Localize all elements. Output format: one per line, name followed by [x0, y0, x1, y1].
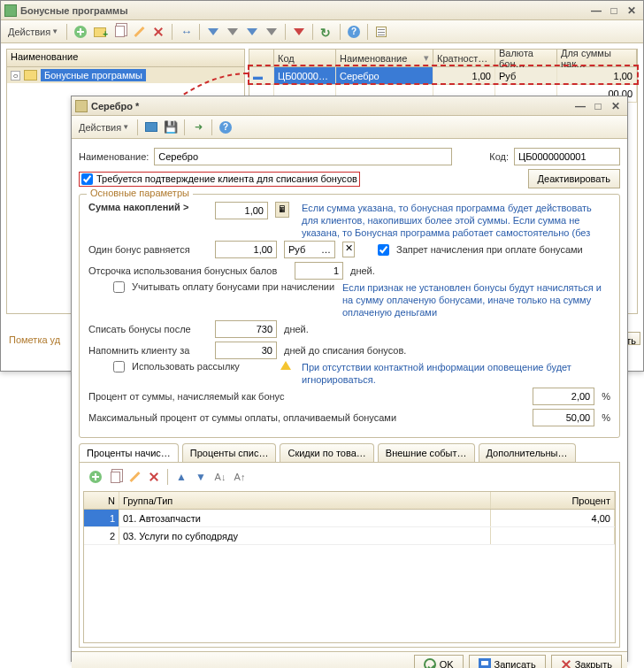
- tab-body: ▲ ▼ A↓ A↑ N Группа/Тип Процент 1 01. Авт…: [79, 462, 620, 648]
- add-folder-button[interactable]: [91, 23, 109, 41]
- tree-root-label: Бонусные программы: [41, 69, 146, 81]
- fg-minimize-icon[interactable]: —: [572, 99, 588, 113]
- currency-select[interactable]: Руб…: [284, 241, 335, 258]
- filter-clear-button[interactable]: [290, 23, 308, 41]
- sub-sort-desc-button[interactable]: A↑: [231, 468, 249, 486]
- tab-accrual-pct[interactable]: Проценты начис…: [79, 443, 179, 462]
- sub-toolbar: ▲ ▼ A↓ A↑: [83, 466, 616, 488]
- pct-input[interactable]: [533, 388, 594, 405]
- one-bonus-input[interactable]: [215, 241, 277, 258]
- tab-external[interactable]: Внешние событ…: [378, 443, 475, 462]
- fg-titlebar: Серебро * — □ ✕: [72, 96, 627, 116]
- tab-writeoff-pct[interactable]: Проценты спис…: [182, 443, 277, 462]
- filter3-button[interactable]: [243, 23, 261, 41]
- sum-note: Если сумма указана, то бонусная программ…: [302, 202, 610, 239]
- tab-additional[interactable]: Дополнительны…: [479, 443, 576, 462]
- sub-row-1[interactable]: 1 01. Автозапчасти 4,00: [84, 510, 615, 527]
- fg-save-button[interactable]: 💾: [162, 119, 180, 136]
- tree-root-item[interactable]: ○ Бонусные программы: [7, 67, 244, 83]
- minimize-icon[interactable]: —: [588, 4, 604, 18]
- pct-unit: %: [602, 391, 610, 402]
- subtable-header: N Группа/Тип Процент: [84, 492, 615, 510]
- fg-title: Серебро *: [91, 101, 139, 111]
- warning-icon: [280, 361, 291, 370]
- filter2-button[interactable]: [224, 23, 242, 41]
- col-pct[interactable]: Процент: [491, 492, 615, 509]
- fg-toolbar: Действия▼ 💾 ➜ ?: [72, 116, 627, 139]
- sub-copy-button[interactable]: [106, 468, 124, 486]
- col-sum[interactable]: Для суммы нак…: [557, 50, 637, 66]
- mark-delete-label: Пометка уд: [9, 334, 60, 345]
- sub-add-button[interactable]: [87, 468, 104, 486]
- consider-checkbox[interactable]: [113, 281, 125, 293]
- sub-row-2[interactable]: 2 03. Услуги по субподряду: [84, 527, 615, 545]
- forbid-checkbox[interactable]: [378, 244, 389, 256]
- maxpct-input[interactable]: [533, 409, 594, 426]
- remind-input[interactable]: [215, 342, 277, 359]
- grid-header: Код Наименование▾ Кратност… Валюта бон… …: [249, 50, 637, 67]
- bg-toolbar: Действия▼ ↻ ?: [1, 20, 643, 43]
- screen-button[interactable]: [142, 119, 160, 136]
- consider-note: Если признак не установлен бонусы будут …: [342, 281, 610, 319]
- refresh-button[interactable]: ↻: [318, 23, 335, 41]
- consider-label: Учитывать оплату бонусами при начислении: [132, 281, 335, 292]
- filter1-button[interactable]: [204, 23, 222, 41]
- sub-up-button[interactable]: ▲: [172, 468, 190, 486]
- sub-sort-asc-button[interactable]: A↓: [211, 468, 229, 486]
- col-code[interactable]: Код: [274, 50, 336, 66]
- close-icon[interactable]: ✕: [624, 4, 640, 18]
- sub-delete-button[interactable]: [145, 468, 163, 486]
- col-mult[interactable]: Кратност…: [433, 50, 495, 66]
- ok-icon: [424, 658, 436, 669]
- one-bonus-label: Один бонус равняется: [88, 244, 208, 255]
- sum-label: Сумма накоплений >: [88, 202, 208, 212]
- sub-edit-button[interactable]: [126, 468, 143, 486]
- clear-icon[interactable]: ✕: [342, 242, 355, 257]
- fg-close-icon[interactable]: ✕: [608, 99, 624, 113]
- goto-button[interactable]: ➜: [189, 119, 207, 136]
- forbid-label: Запрет начисления при оплате бонусами: [396, 244, 583, 255]
- help-button[interactable]: ?: [345, 23, 363, 41]
- writeoff-input[interactable]: [215, 320, 277, 338]
- col-curr[interactable]: Валюта бон…: [495, 50, 557, 66]
- grid-row-1[interactable]: ▬ ЦБ00000… Серебро 1,00 Руб 1,00: [249, 67, 637, 85]
- fg-actions-menu[interactable]: Действия▼: [75, 119, 133, 136]
- tree-expand-icon[interactable]: ○: [11, 71, 20, 81]
- save-button[interactable]: Записать: [469, 655, 546, 669]
- sum-input[interactable]: [215, 202, 268, 219]
- code-input[interactable]: [514, 148, 620, 165]
- delay-unit: дней.: [350, 265, 375, 276]
- deactivate-button[interactable]: Деактивировать: [528, 169, 620, 188]
- confirm-checkbox[interactable]: [81, 173, 93, 185]
- delete-button[interactable]: [150, 23, 167, 41]
- col-n[interactable]: N: [84, 492, 119, 509]
- add-button[interactable]: [72, 23, 89, 41]
- maxpct-unit: %: [602, 412, 610, 423]
- silver-window: Серебро * — □ ✕ Действия▼ 💾 ➜ ? Наименов…: [71, 96, 628, 662]
- maxpct-label: Максимальный процент от суммы оплаты, оп…: [88, 412, 525, 423]
- edit-button[interactable]: [130, 23, 148, 41]
- confirm-highlight: Требуется подтверждение клиента для спис…: [79, 172, 360, 187]
- maximize-icon[interactable]: □: [606, 4, 622, 18]
- layout-button[interactable]: [372, 23, 390, 41]
- col-name[interactable]: Наименование▾: [336, 50, 433, 66]
- tree-header[interactable]: Наименование: [7, 50, 244, 67]
- tab-discounts[interactable]: Скидки по това…: [280, 443, 373, 462]
- name-input[interactable]: [154, 148, 452, 165]
- fg-help-button[interactable]: ?: [217, 119, 234, 136]
- sub-down-button[interactable]: ▼: [192, 468, 210, 486]
- filter4-button[interactable]: [263, 23, 280, 41]
- name-label: Наименование:: [79, 151, 149, 162]
- close-button[interactable]: Закрыть: [551, 655, 622, 669]
- mailing-checkbox[interactable]: [113, 361, 125, 372]
- ok-button[interactable]: OK: [414, 655, 464, 669]
- actions-menu[interactable]: Действия▼: [4, 23, 62, 41]
- remind-unit: дней до списания бонусов.: [284, 345, 406, 356]
- copy-button[interactable]: [111, 23, 128, 41]
- main-params-fieldset: Основные параметры Сумма накоплений > 🖩 …: [79, 194, 620, 438]
- fg-maximize-icon[interactable]: □: [590, 99, 606, 113]
- col-group[interactable]: Группа/Тип: [119, 492, 491, 509]
- calc-icon[interactable]: 🖩: [275, 202, 289, 218]
- delay-input[interactable]: [295, 262, 343, 280]
- move-button[interactable]: [177, 23, 195, 41]
